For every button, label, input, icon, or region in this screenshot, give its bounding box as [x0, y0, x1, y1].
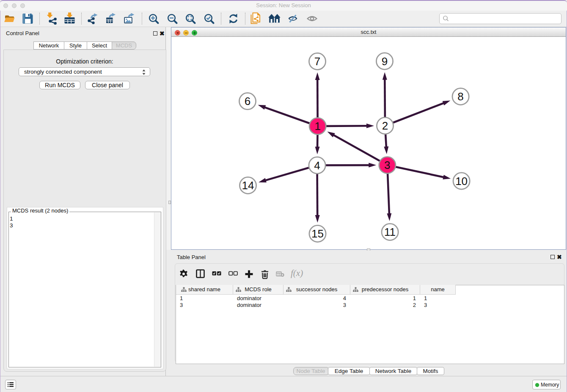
svg-text:11: 11: [384, 226, 396, 238]
svg-text:7: 7: [314, 55, 320, 68]
svg-text:14: 14: [242, 179, 254, 192]
svg-text:10: 10: [455, 175, 468, 188]
svg-text:2: 2: [382, 119, 388, 132]
svg-text:1: 1: [314, 120, 320, 133]
svg-text:4: 4: [314, 159, 320, 172]
svg-text:9: 9: [382, 55, 388, 68]
svg-text:8: 8: [457, 90, 463, 103]
svg-text:15: 15: [311, 227, 324, 240]
svg-text:6: 6: [245, 95, 250, 108]
svg-text:3: 3: [384, 159, 390, 171]
